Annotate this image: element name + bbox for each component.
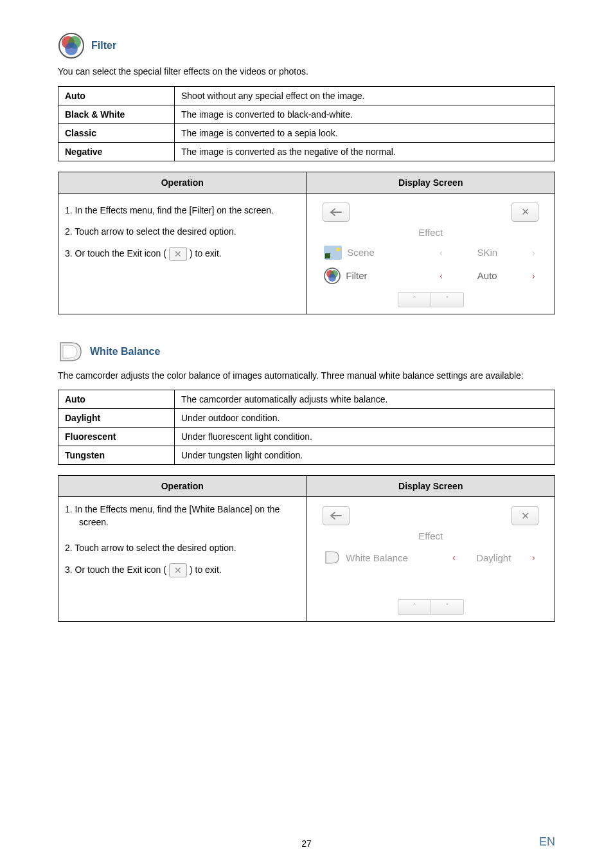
white-balance-operation-table: Operation Display Screen 1. In the Effec… bbox=[58, 475, 555, 622]
option-name: Auto bbox=[58, 86, 175, 105]
table-row: Black & White The image is converted to … bbox=[58, 105, 555, 123]
white-balance-options-table: Auto The camcorder automatically adjusts… bbox=[58, 390, 555, 465]
option-name: Tungsten bbox=[58, 446, 175, 465]
filter-operation-table: Operation Display Screen 1. In the Effec… bbox=[58, 172, 555, 314]
table-row: Daylight Under outdoor condition. bbox=[58, 409, 555, 428]
up-button[interactable]: ˄ bbox=[398, 599, 431, 615]
chevron-left-icon[interactable]: ‹ bbox=[450, 552, 458, 563]
table-row: Classic The image is converted to a sepi… bbox=[58, 123, 555, 142]
filter-intro: You can select the special filter effect… bbox=[58, 66, 555, 78]
option-name: Black & White bbox=[58, 105, 175, 123]
step-1-cont: screen. bbox=[65, 516, 300, 529]
down-button[interactable]: ˅ bbox=[431, 292, 464, 307]
option-name: Daylight bbox=[58, 409, 175, 428]
option-desc: Under tungsten light condition. bbox=[175, 446, 555, 465]
option-name: Negative bbox=[58, 142, 175, 161]
back-button[interactable] bbox=[323, 506, 350, 525]
chevron-left-icon[interactable]: ‹ bbox=[437, 248, 445, 258]
exit-icon: ✕ bbox=[169, 563, 187, 577]
white-balance-heading: White Balance bbox=[90, 346, 160, 357]
row-value: Daylight bbox=[474, 552, 513, 563]
row-label: Scene bbox=[347, 247, 375, 258]
option-desc: Shoot without any special effect on the … bbox=[175, 86, 555, 105]
option-desc: The image is converted to black-and-whit… bbox=[175, 105, 555, 123]
chevron-left-icon[interactable]: ‹ bbox=[437, 271, 445, 281]
filter-icon bbox=[324, 267, 341, 284]
row-value: SKin bbox=[468, 247, 506, 258]
option-name: Auto bbox=[58, 390, 175, 409]
step-2: 2. Touch arrow to select the desired opt… bbox=[65, 221, 300, 243]
white-balance-icon bbox=[58, 340, 84, 363]
option-desc: The image is converted to a sepia look. bbox=[175, 123, 555, 142]
option-name: Fluorescent bbox=[58, 428, 175, 446]
option-desc: Under outdoor condition. bbox=[175, 409, 555, 428]
svg-point-7 bbox=[328, 274, 336, 282]
white-balance-intro: The camcorder adjusts the color balance … bbox=[58, 370, 555, 383]
svg-point-3 bbox=[65, 42, 78, 55]
scene-icon bbox=[324, 246, 342, 260]
close-button[interactable]: ✕ bbox=[511, 506, 538, 525]
table-row: Fluorescent Under fluorescent light cond… bbox=[58, 428, 555, 446]
step-3: 3. Or touch the Exit icon ( ✕ ) to exit. bbox=[65, 559, 300, 581]
row-label: White Balance bbox=[346, 552, 408, 563]
chevron-right-icon[interactable]: › bbox=[529, 248, 537, 258]
row-value: Auto bbox=[468, 270, 506, 281]
display-header: Display Screen bbox=[306, 172, 555, 193]
step-2: 2. Touch arrow to select the desired opt… bbox=[65, 538, 300, 559]
option-name: Classic bbox=[58, 123, 175, 142]
operation-header: Operation bbox=[58, 476, 307, 497]
list-item: White Balance ‹ Daylight › bbox=[321, 545, 540, 570]
list-item: Filter ‹ Auto › bbox=[321, 264, 540, 288]
white-balance-icon bbox=[324, 549, 341, 566]
chevron-right-icon[interactable]: › bbox=[529, 552, 537, 563]
back-button[interactable] bbox=[323, 203, 350, 222]
table-row: Auto Shoot without any special effect on… bbox=[58, 86, 555, 105]
close-button[interactable]: ✕ bbox=[511, 203, 538, 222]
up-button[interactable]: ˄ bbox=[398, 292, 431, 307]
operation-header: Operation bbox=[58, 172, 307, 193]
screen-title: Effect bbox=[321, 530, 540, 541]
filter-options-table: Auto Shoot without any special effect on… bbox=[58, 86, 555, 161]
table-row: Negative The image is converted as the n… bbox=[58, 142, 555, 161]
filter-heading: Filter bbox=[91, 40, 116, 51]
list-item: Scene ‹ SKin › bbox=[321, 242, 540, 264]
chevron-right-icon[interactable]: › bbox=[529, 271, 537, 281]
screen-title: Effect bbox=[321, 227, 540, 238]
option-desc: Under fluorescent light condition. bbox=[175, 428, 555, 446]
down-button[interactable]: ˅ bbox=[431, 599, 464, 615]
display-screen-filter: ✕ Effect Scene ‹ SKin › bbox=[321, 200, 540, 307]
step-1: 1. In the Effects menu, find the [Filter… bbox=[65, 200, 300, 222]
filter-icon bbox=[58, 32, 85, 59]
language-tag: EN bbox=[539, 835, 555, 849]
table-row: Tungsten Under tungsten light condition. bbox=[58, 446, 555, 465]
table-row: Auto The camcorder automatically adjusts… bbox=[58, 390, 555, 409]
display-screen-white-balance: ✕ Effect White Balance ‹ bbox=[321, 503, 540, 615]
step-3: 3. Or touch the Exit icon ( ✕ ) to exit. bbox=[65, 243, 300, 265]
step-1: 1. In the Effects menu, find the [White … bbox=[65, 503, 300, 516]
row-label: Filter bbox=[346, 270, 367, 281]
option-desc: The image is converted as the negative o… bbox=[175, 142, 555, 161]
page-number: 27 bbox=[0, 838, 613, 849]
display-header: Display Screen bbox=[306, 476, 555, 497]
exit-icon: ✕ bbox=[169, 247, 187, 261]
option-desc: The camcorder automatically adjusts whit… bbox=[175, 390, 555, 409]
